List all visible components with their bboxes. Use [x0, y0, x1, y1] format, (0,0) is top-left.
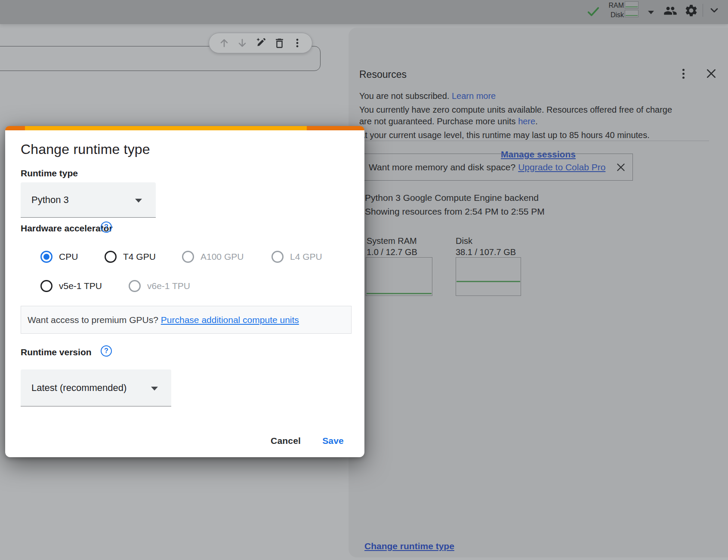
- dialog-title: Change runtime type: [21, 142, 150, 157]
- premium-gpu-banner: Want access to premium GPUs? Purchase ad…: [21, 306, 352, 334]
- runtime-version-value: Latest (recommended): [31, 382, 126, 394]
- kebab-icon[interactable]: [292, 37, 303, 49]
- radio-v5e-1-tpu[interactable]: v5e-1 TPU: [40, 280, 102, 292]
- subscription-status: You are not subscribed. Learn more: [359, 90, 496, 102]
- runtime-version-help-icon[interactable]: ?: [101, 345, 112, 357]
- radio-a100-gpu[interactable]: A100 GPU: [182, 250, 244, 263]
- edit-sparkle-icon[interactable]: [254, 37, 267, 49]
- move-cell-down-icon[interactable]: [236, 37, 248, 49]
- disk-meter-value: 38.1 / 107.7 GB: [456, 247, 516, 257]
- ram-label: RAM: [602, 1, 624, 10]
- runtime-type-label: Runtime type: [21, 168, 78, 178]
- ram-meter-label: System RAM: [367, 236, 417, 246]
- radio-t4-gpu[interactable]: T4 GPU: [105, 250, 156, 263]
- panel-divider: [360, 141, 709, 141]
- disk-usage-chart: [456, 257, 521, 296]
- panel-kebab-icon[interactable]: [680, 67, 687, 81]
- learn-more-link[interactable]: Learn more: [452, 91, 496, 101]
- runtime-type-select[interactable]: Python 3: [21, 182, 156, 218]
- radio-button: [40, 251, 52, 263]
- disk-label: Disk: [602, 10, 624, 20]
- chevron-down-icon[interactable]: [708, 4, 720, 16]
- runtime-version-label: Runtime version: [21, 347, 92, 357]
- app-toolbar: RAM Disk: [0, 0, 728, 24]
- purchase-compute-units-link[interactable]: Purchase additional compute units: [161, 315, 299, 325]
- change-runtime-dialog: Change runtime type Runtime type Python …: [5, 126, 364, 457]
- connected-check-icon: [586, 4, 601, 19]
- ram-meter-value: 1.0 / 12.7 GB: [367, 247, 417, 257]
- move-cell-up-icon[interactable]: [218, 37, 230, 49]
- backend-name: Python 3 Google Compute Engine backend: [365, 193, 539, 203]
- radio-v6e-1-tpu[interactable]: v6e-1 TPU: [129, 280, 190, 292]
- disk-meter-label: Disk: [456, 236, 472, 246]
- upgrade-banner: Want more memory and disk space? Upgrade…: [361, 154, 633, 181]
- radio-button: [40, 280, 52, 292]
- toolbar-right-cluster: RAM Disk: [581, 0, 728, 24]
- disk-sparkline: [625, 10, 639, 17]
- dropdown-caret-icon: [151, 387, 158, 391]
- runtime-version-select[interactable]: Latest (recommended): [21, 369, 171, 406]
- dialog-actions: Cancel Save: [263, 432, 352, 449]
- purchase-here-link[interactable]: here: [518, 117, 535, 126]
- save-button[interactable]: Save: [315, 432, 352, 449]
- people-icon[interactable]: [663, 4, 677, 18]
- hardware-accelerator-label: Hardware accelerator: [21, 223, 113, 234]
- caret-down-icon[interactable]: [648, 11, 654, 14]
- panel-close-icon[interactable]: [705, 67, 718, 80]
- radio-l4-gpu[interactable]: L4 GPU: [271, 250, 322, 263]
- cancel-button[interactable]: Cancel: [263, 432, 308, 449]
- gear-icon[interactable]: [684, 3, 698, 18]
- radio-button: [129, 280, 141, 292]
- loading-progress-bar: [5, 126, 364, 130]
- runtime-type-value: Python 3: [31, 194, 69, 206]
- cell-toolbar: [209, 33, 312, 53]
- ram-usage-chart: [366, 257, 432, 296]
- usage-estimate: At your current usage level, this runtim…: [359, 129, 650, 141]
- radio-button: [105, 251, 117, 263]
- upgrade-colab-pro-link[interactable]: Upgrade to Colab Pro: [518, 162, 605, 172]
- toolbar-divider: [703, 4, 703, 17]
- banner-close-icon[interactable]: [615, 162, 626, 173]
- radio-button: [182, 251, 194, 263]
- change-runtime-type-link[interactable]: Change runtime type: [364, 541, 454, 551]
- resources-panel-title: Resources: [359, 69, 407, 80]
- trash-icon[interactable]: [273, 37, 286, 49]
- radio-button: [271, 251, 284, 263]
- accelerator-help-icon[interactable]: ?: [101, 222, 112, 233]
- usage-sparklines[interactable]: [625, 1, 639, 18]
- ram-sparkline: [625, 1, 639, 9]
- resource-usage-indicator[interactable]: RAM Disk: [602, 1, 624, 20]
- radio-cpu[interactable]: CPU: [40, 250, 78, 263]
- resources-panel: Resources You are not subscribed. Learn …: [349, 28, 728, 557]
- compute-units-note: You currently have zero compute units av…: [359, 104, 703, 127]
- dropdown-caret-icon: [135, 199, 142, 203]
- resources-timerange: Showing resources from 2:54 PM to 2:55 P…: [365, 206, 545, 217]
